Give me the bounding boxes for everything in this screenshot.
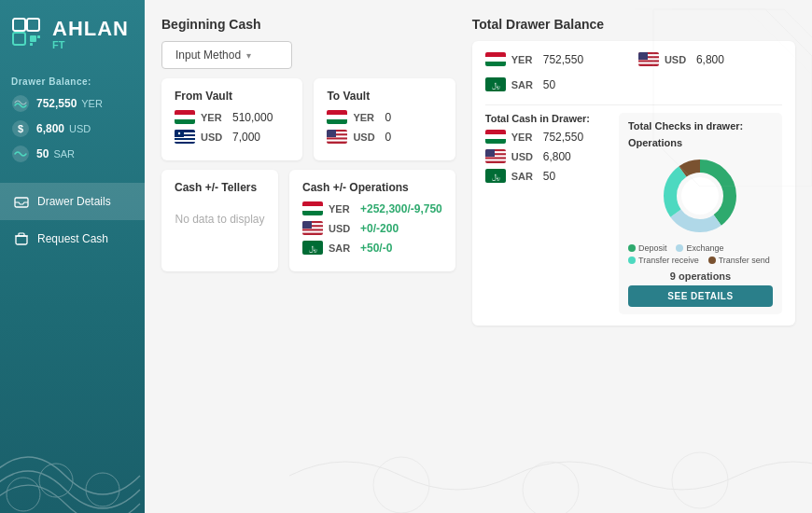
svg-rect-26: [327, 115, 347, 119]
cash-tellers-no-data: No data to display: [175, 201, 265, 237]
svg-rect-18: [175, 119, 195, 124]
svg-rect-12: [19, 233, 24, 236]
right-panel: Total Drawer Balance YER 752,550: [472, 17, 795, 335]
total-cash-title: Total Cash in Drawer:: [485, 113, 606, 124]
ops-usd-row: USD +0/-200: [302, 221, 442, 235]
deposit-label: Deposit: [638, 243, 667, 253]
ops-yer-amount: +252,300/-9,750: [360, 202, 442, 215]
sidebar-item-drawer-details[interactable]: Drawer Details: [0, 183, 145, 220]
svg-rect-39: [302, 231, 323, 233]
cash-yer-row: YER 752,550: [485, 130, 606, 144]
legend-transfer-send: Transfer send: [708, 256, 770, 265]
svg-point-13: [39, 464, 73, 497]
ops-sar-code: SAR: [329, 243, 357, 254]
ops-count: 9 operations: [628, 270, 773, 282]
sidebar: AHLAN FT Drawer Balance: 752,550 YER $ 6…: [0, 0, 145, 513]
from-vault-usd-code: USD: [201, 132, 229, 143]
cash-operations-section: Cash +/- Operations YER +252,300/-9,750 …: [289, 170, 455, 271]
svg-point-6: [12, 95, 29, 112]
transfer-send-label: Transfer send: [719, 256, 770, 265]
svg-rect-44: [485, 57, 506, 62]
box-icon: [13, 230, 30, 247]
logo-icon: [11, 17, 47, 52]
to-vault-yer-amount: 0: [385, 111, 391, 124]
drawer-sar-code: SAR: [511, 79, 539, 90]
svg-rect-25: [327, 110, 347, 115]
to-vault-yer-row: YER 0: [327, 110, 441, 124]
svg-rect-53: [485, 130, 506, 134]
svg-rect-1: [27, 19, 39, 31]
svg-point-67: [681, 177, 719, 215]
cash-row: Cash +/- Tellers No data to display Cash…: [161, 170, 455, 281]
yer-flag-ops: [302, 201, 323, 215]
yer-flag-cash: [485, 130, 506, 144]
sar-balance-amount: 50: [36, 147, 49, 160]
svg-rect-27: [327, 119, 347, 124]
svg-rect-34: [302, 206, 323, 211]
ops-usd-code: USD: [329, 223, 357, 234]
from-vault-yer-row: YER 510,000: [175, 110, 289, 124]
total-checks-title: Total Checks in drawer:: [628, 120, 773, 132]
vault-row: From Vault YER 510,000 USD 7,000: [161, 78, 455, 170]
exchange-dot: [676, 244, 683, 252]
sidebar-balance-usd[interactable]: $ 6,800 USD: [11, 119, 133, 138]
svg-rect-5: [30, 43, 33, 46]
drawer-sar-amount: 50: [543, 78, 555, 91]
drawer-usd-code: USD: [665, 54, 693, 65]
svg-rect-31: [327, 140, 347, 142]
yer-icon: [11, 94, 30, 113]
svg-text:﷼: ﷼: [491, 81, 499, 90]
operations-title: Operations: [628, 137, 773, 148]
sidebar-balance-sar[interactable]: 50 SAR: [11, 145, 133, 163]
input-method-button[interactable]: Input Method ▾: [161, 41, 292, 69]
main-content: Beginning Cash Input Method ▾ From Vault…: [145, 0, 812, 513]
svg-rect-0: [13, 19, 25, 31]
usd-flag-drawer: [638, 52, 659, 66]
to-vault-usd-code: USD: [353, 132, 381, 143]
cash-yer-amount: 752,550: [543, 131, 583, 144]
cash-operations-title: Cash +/- Operations: [302, 181, 442, 194]
ops-usd-amount: +0/-200: [360, 222, 399, 235]
svg-rect-55: [485, 139, 506, 144]
sidebar-item-drawer-details-label: Drawer Details: [37, 195, 111, 208]
ops-sar-amount: +50/-0: [360, 242, 392, 255]
from-vault-usd-row: USD 7,000: [175, 130, 289, 144]
sidebar-item-request-cash[interactable]: Request Cash: [0, 220, 145, 257]
see-details-button[interactable]: SEE DETAILS: [628, 285, 773, 307]
sidebar-balance-label: Drawer Balance:: [11, 76, 133, 87]
legend-deposit: Deposit: [628, 243, 667, 253]
svg-rect-45: [485, 62, 506, 66]
usd-balance-amount: 6,800: [36, 122, 64, 135]
yer-flag-to: [327, 110, 347, 124]
cash-tellers-section: Cash +/- Tellers No data to display: [161, 170, 278, 271]
usd-flag-to: [327, 130, 347, 144]
drawer-yer-row: YER 752,550: [485, 52, 629, 66]
sidebar-decoration: [0, 401, 145, 513]
cash-yer-code: YER: [511, 132, 539, 143]
dropdown-arrow-icon: ▾: [246, 50, 251, 61]
svg-point-68: [373, 457, 429, 513]
transfer-receive-label: Transfer receive: [638, 256, 699, 265]
input-method-label: Input Method: [175, 49, 241, 62]
svg-rect-49: [638, 62, 659, 64]
usd-flag-ops: [302, 221, 323, 235]
logo: AHLAN FT: [0, 0, 145, 67]
svg-rect-11: [16, 236, 27, 244]
to-vault-section: To Vault YER 0 USD 0: [314, 78, 455, 160]
ops-yer-row: YER +252,300/-9,750: [302, 201, 442, 215]
top-row: Beginning Cash Input Method ▾ From Vault…: [161, 17, 795, 335]
svg-rect-40: [302, 221, 312, 229]
bottom-decoration: [289, 438, 812, 513]
app-name: AHLAN: [52, 19, 129, 39]
svg-rect-33: [302, 201, 323, 206]
total-cash-section: Total Cash in Drawer: YER 752,550: [485, 113, 606, 314]
sidebar-balance-yer[interactable]: 752,550 YER: [11, 94, 133, 113]
to-vault-yer-code: YER: [353, 112, 381, 123]
total-drawer-card: YER 752,550 USD 6,800 ﷼: [472, 41, 795, 326]
svg-point-14: [86, 473, 119, 506]
ops-yer-code: YER: [329, 203, 357, 215]
svg-rect-21: [175, 140, 195, 142]
svg-point-70: [672, 452, 728, 508]
sar-icon: [11, 145, 30, 163]
drawer-usd-amount: 6,800: [696, 53, 724, 66]
